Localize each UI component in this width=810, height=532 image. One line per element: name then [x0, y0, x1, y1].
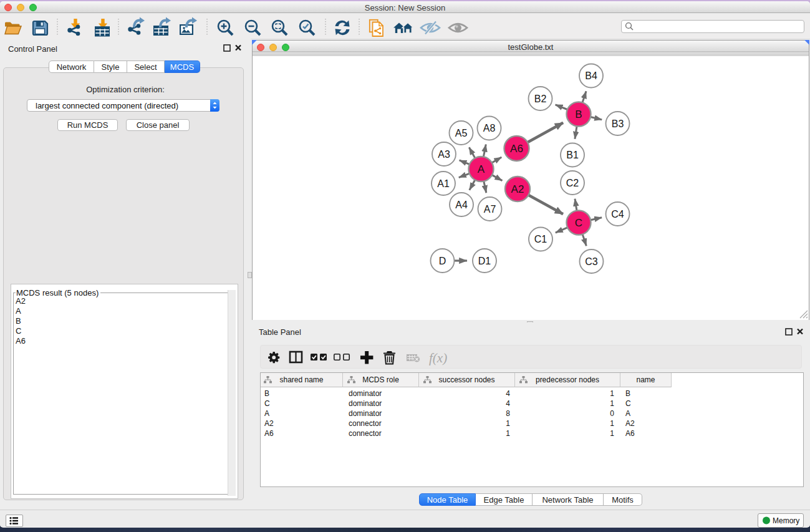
- svg-text:B1: B1: [566, 150, 579, 160]
- svg-text:Memory: Memory: [773, 516, 799, 525]
- svg-text:B3: B3: [612, 118, 624, 129]
- svg-text:C4: C4: [611, 209, 624, 220]
- svg-text:C2: C2: [566, 178, 579, 188]
- svg-text:A4: A4: [455, 200, 468, 210]
- svg-text:C: C: [575, 217, 582, 229]
- svg-text:A2: A2: [511, 183, 524, 195]
- svg-text:A: A: [478, 163, 485, 175]
- svg-text:A7: A7: [484, 204, 496, 215]
- svg-text:A6: A6: [510, 143, 523, 155]
- svg-text:A1: A1: [437, 178, 450, 189]
- svg-text:A8: A8: [483, 123, 496, 133]
- svg-text:D1: D1: [478, 256, 491, 266]
- svg-text:D: D: [439, 256, 446, 266]
- svg-text:C3: C3: [585, 256, 598, 267]
- svg-text:A5: A5: [455, 128, 468, 138]
- svg-text:B2: B2: [534, 94, 547, 104]
- svg-text:B: B: [575, 109, 582, 120]
- svg-text:A3: A3: [438, 149, 450, 160]
- svg-text:f(x): f(x): [429, 351, 447, 365]
- svg-text:B4: B4: [585, 70, 597, 81]
- svg-text:C1: C1: [534, 234, 547, 244]
